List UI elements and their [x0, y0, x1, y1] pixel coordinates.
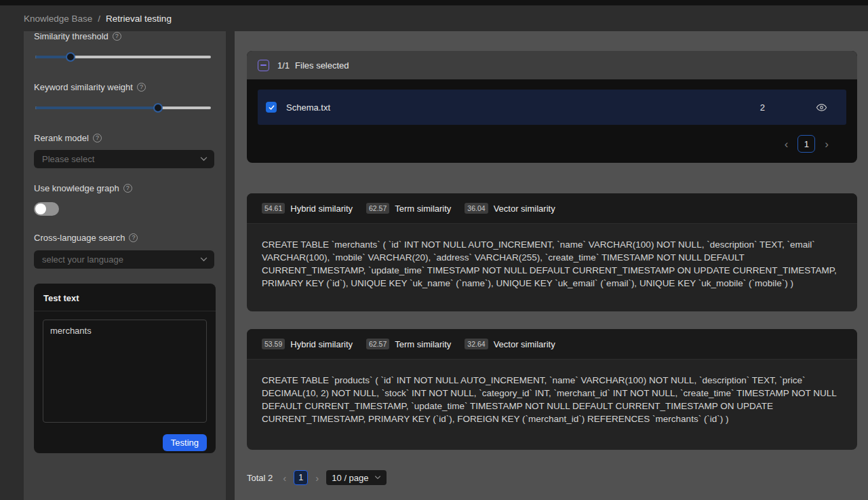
- minus-icon: [260, 64, 267, 66]
- result-score-header: 53.59 Hybrid similarity 62.57 Term simil…: [247, 329, 857, 360]
- similarity-threshold-label: Similarity threshold ?: [34, 31, 121, 41]
- select-all-checkbox[interactable]: [258, 60, 269, 71]
- page-number-button[interactable]: 1: [797, 135, 815, 153]
- check-icon: [268, 104, 275, 111]
- test-text-header: Test text: [34, 284, 216, 311]
- page-size-select[interactable]: 10 / page: [326, 470, 386, 485]
- next-page-icon[interactable]: ›: [315, 473, 319, 483]
- hybrid-score-label: Hybrid similarity: [290, 339, 353, 349]
- slider-handle[interactable]: [66, 52, 75, 62]
- testing-button[interactable]: Testing: [163, 434, 207, 451]
- file-name: Schema.txt: [286, 102, 760, 113]
- hybrid-score-badge: 53.59: [262, 339, 285, 349]
- rerank-model-label: Rerank model ?: [34, 133, 102, 143]
- cross-language-label: Cross-language search ?: [34, 233, 138, 243]
- file-checkbox[interactable]: [266, 102, 277, 113]
- toggle-knob: [35, 204, 46, 214]
- keyword-weight-label: Keyword similarity weight ?: [34, 82, 146, 92]
- use-knowledge-graph-toggle[interactable]: [34, 202, 59, 216]
- chevron-down-icon: [200, 257, 208, 262]
- rerank-model-select[interactable]: Please select: [34, 150, 214, 168]
- chevron-down-icon: [374, 476, 381, 480]
- vector-score-label: Vector similarity: [494, 339, 555, 349]
- term-score-label: Term similarity: [395, 204, 451, 214]
- breadcrumb-separator: /: [98, 14, 100, 24]
- help-icon[interactable]: ?: [93, 134, 102, 142]
- test-text-input[interactable]: merchants: [43, 320, 207, 423]
- chunk-content: CREATE TABLE `merchants` ( `id` INT NOT …: [247, 224, 857, 290]
- files-card-header: 1/1 Files selected: [247, 51, 857, 79]
- total-count: Total 2: [247, 473, 273, 483]
- help-icon[interactable]: ?: [123, 184, 132, 193]
- term-score-badge: 62.57: [366, 339, 389, 349]
- page-size-value: 10 / page: [332, 473, 368, 483]
- result-card: 53.59 Hybrid similarity 62.57 Term simil…: [247, 329, 857, 450]
- slider-handle[interactable]: [153, 103, 163, 113]
- term-score-label: Term similarity: [395, 339, 451, 349]
- test-text-title: Test text: [43, 293, 79, 303]
- eye-icon[interactable]: [814, 100, 829, 115]
- slider-fill: [35, 107, 158, 109]
- use-knowledge-graph-label: Use knowledge graph ?: [34, 183, 132, 193]
- breadcrumb-knowledge-base[interactable]: Knowledge Base: [24, 14, 92, 24]
- page-header: Knowledge Base / Retrieval testing: [0, 5, 868, 31]
- prev-page-icon[interactable]: ‹: [785, 138, 789, 150]
- page-number-button[interactable]: 1: [294, 470, 308, 485]
- hybrid-score-badge: 54.61: [262, 203, 285, 214]
- files-card: 1/1 Files selected Schema.txt 2 ‹ 1 ›: [247, 51, 857, 163]
- hybrid-score-label: Hybrid similarity: [290, 204, 353, 214]
- window-top-strip: [0, 0, 868, 5]
- help-icon[interactable]: ?: [113, 32, 121, 41]
- vector-score-label: Vector similarity: [494, 204, 555, 214]
- results-pagination: Total 2 ‹ 1 › 10 / page: [247, 469, 387, 486]
- files-pagination: ‹ 1 ›: [785, 135, 829, 153]
- result-card: 54.61 Hybrid similarity 62.57 Term simil…: [247, 193, 857, 311]
- test-text-card: Test text merchants Testing: [34, 284, 216, 453]
- chevron-down-icon: [200, 157, 208, 161]
- help-icon[interactable]: ?: [129, 233, 138, 242]
- vector-score-badge: 32.64: [465, 339, 488, 349]
- similarity-threshold-slider[interactable]: [35, 52, 211, 62]
- breadcrumb-retrieval-testing: Retrieval testing: [106, 14, 172, 24]
- hit-count: 2: [760, 102, 765, 113]
- prev-page-icon[interactable]: ‹: [283, 473, 286, 483]
- term-score-badge: 62.57: [366, 203, 389, 214]
- file-row-schema[interactable]: Schema.txt 2: [258, 90, 846, 125]
- cross-language-select[interactable]: select your language: [34, 250, 214, 269]
- keyword-weight-slider[interactable]: [35, 102, 211, 113]
- vector-score-badge: 36.04: [465, 203, 488, 214]
- files-selected-label: Files selected: [295, 60, 349, 71]
- next-page-icon[interactable]: ›: [825, 138, 829, 150]
- retrieval-settings-sidebar: Similarity threshold ? Keyword similarit…: [24, 31, 226, 500]
- help-icon[interactable]: ?: [137, 83, 146, 92]
- files-selected-count: 1/1: [277, 60, 290, 71]
- result-score-header: 54.61 Hybrid similarity 62.57 Term simil…: [247, 193, 857, 224]
- chunk-content: CREATE TABLE `products` ( `id` INT NOT N…: [247, 360, 857, 425]
- retrieval-results-panel: 1/1 Files selected Schema.txt 2 ‹ 1 › 54…: [235, 31, 868, 500]
